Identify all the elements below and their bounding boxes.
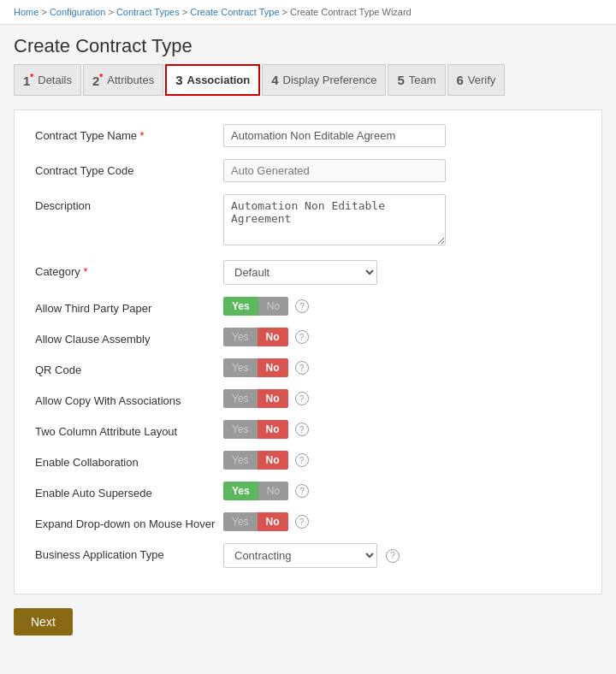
toggle-no-label-two: No [258,420,288,439]
description-control: Automation Non Editable Agreement [223,194,581,248]
tab-team[interactable]: 5 Team [388,64,445,96]
allow-third-party-control: Yes No ? [223,297,581,316]
category-select[interactable]: Default [223,260,377,285]
two-column-row: Two Column Attribute Layout Yes No ? [35,420,581,439]
breadcrumb-contract-types[interactable]: Contract Types [116,7,180,17]
allow-copy-help[interactable]: ? [295,392,309,405]
two-column-help[interactable]: ? [295,423,309,436]
allow-clause-row: Allow Clause Assembly Yes No ? [35,328,581,346]
allow-copy-toggle[interactable]: Yes No [223,389,288,408]
enable-auto-control: Yes No ? [223,482,581,500]
allow-clause-help[interactable]: ? [295,330,309,344]
expand-dropdown-control: Yes No ? [223,512,581,531]
toggle-yes-dim-two: Yes [223,420,258,439]
next-button[interactable]: Next [14,608,73,636]
toggle-yes-dim-qr: Yes [223,358,258,377]
enable-auto-label: Enable Auto Supersede [35,482,223,500]
contract-type-code-row: Contract Type Code [35,159,581,182]
allow-third-party-row: Allow Third Party Paper Yes No ? [35,297,581,316]
enable-auto-toggle[interactable]: Yes No [223,482,288,500]
contract-type-name-label: Contract Type Name * [35,124,223,142]
allow-copy-control: Yes No ? [223,389,581,408]
tab-num-2: 2* [92,73,103,88]
allow-clause-label: Allow Clause Assembly [35,328,223,346]
tab-num-1: 1* [23,73,33,88]
expand-dropdown-label: Expand Drop-down on Mouse Hover [35,512,223,530]
two-column-control: Yes No ? [223,420,581,439]
description-label: Description [35,194,223,212]
contract-type-name-control [223,124,581,147]
description-textarea[interactable]: Automation Non Editable Agreement [223,194,446,245]
qr-code-control: Yes No ? [223,358,581,377]
toggle-no-label: No [258,328,288,346]
enable-collab-row: Enable Collaboration Yes No ? [35,451,581,470]
toggle-yes-label-auto: Yes [223,482,258,500]
toggle-no-label-expand: No [258,512,288,531]
toggle-no-dim-auto: No [258,482,288,500]
allow-third-party-label: Allow Third Party Paper [35,297,223,315]
business-app-row: Business Application Type Contracting ? [35,543,581,568]
tab-details[interactable]: 1* Details [14,64,81,96]
enable-collab-label: Enable Collaboration [35,451,223,469]
breadcrumb-create[interactable]: Create Contract Type [190,7,279,17]
enable-collab-toggle[interactable]: Yes No [223,451,288,470]
category-control: Default [223,260,581,285]
tab-num-4: 4 [271,73,278,87]
form-container: Contract Type Name * Contract Type Code … [14,109,602,594]
two-column-label: Two Column Attribute Layout [35,420,223,438]
business-app-select[interactable]: Contracting [223,543,377,568]
tab-label-association: Association [187,74,251,86]
allow-clause-toggle[interactable]: Yes No [223,328,288,346]
tab-label-details: Details [38,74,72,86]
toggle-no-label-copy: No [258,389,288,408]
contract-type-code-control [223,159,581,182]
toggle-no-dim: No [258,297,288,316]
tab-display-preference[interactable]: 4 Display Preference [262,64,386,96]
contract-type-code-label: Contract Type Code [35,159,223,177]
breadcrumb-config[interactable]: Configuration [50,7,105,17]
enable-auto-help[interactable]: ? [295,484,309,498]
qr-code-help[interactable]: ? [295,361,309,375]
wizard-tabs: 1* Details 2* Attributes 3 Association 4… [0,64,616,96]
contract-type-name-row: Contract Type Name * [35,124,581,147]
expand-dropdown-toggle[interactable]: Yes No [223,512,288,531]
tab-label-team: Team [409,74,436,86]
toggle-no-label-collab: No [258,451,288,470]
enable-collab-help[interactable]: ? [295,453,309,467]
allow-third-party-help[interactable]: ? [295,299,309,313]
category-label: Category * [35,260,223,278]
business-app-label: Business Application Type [35,543,223,561]
qr-code-label: QR Code [35,358,223,376]
enable-auto-row: Enable Auto Supersede Yes No ? [35,482,581,500]
breadcrumb: Home > Configuration > Contract Types > … [0,0,616,25]
enable-collab-control: Yes No ? [223,451,581,470]
tab-label-verify: Verify [468,74,496,86]
toggle-no-label-qr: No [258,358,288,377]
toggle-yes-dim: Yes [223,328,258,346]
description-row: Description Automation Non Editable Agre… [35,194,581,248]
tab-verify[interactable]: 6 Verify [447,64,506,96]
qr-code-row: QR Code Yes No ? [35,358,581,377]
expand-dropdown-help[interactable]: ? [295,515,309,529]
allow-copy-label: Allow Copy With Associations [35,389,223,407]
breadcrumb-home[interactable]: Home [14,7,38,17]
tab-label-display: Display Preference [283,74,377,86]
contract-type-name-input[interactable] [223,124,446,147]
tab-num-5: 5 [397,73,404,87]
expand-dropdown-row: Expand Drop-down on Mouse Hover Yes No ? [35,512,581,531]
allow-third-party-toggle[interactable]: Yes No [223,297,288,316]
qr-code-toggle[interactable]: Yes No [223,358,288,377]
toggle-yes-label: Yes [223,297,258,316]
page-title: Create Contract Type [0,25,616,64]
two-column-toggle[interactable]: Yes No [223,420,288,439]
toggle-yes-dim-copy: Yes [223,389,258,408]
tab-attributes[interactable]: 2* Attributes [83,64,163,96]
category-row: Category * Default [35,260,581,285]
breadcrumb-wizard: Create Contract Type Wizard [290,7,412,17]
business-app-help[interactable]: ? [386,549,400,563]
tab-num-3: 3 [175,73,182,87]
tab-label-attributes: Attributes [107,74,154,86]
contract-type-code-input[interactable] [223,159,446,182]
tab-association[interactable]: 3 Association [165,64,260,96]
toggle-yes-dim-collab: Yes [223,451,258,470]
